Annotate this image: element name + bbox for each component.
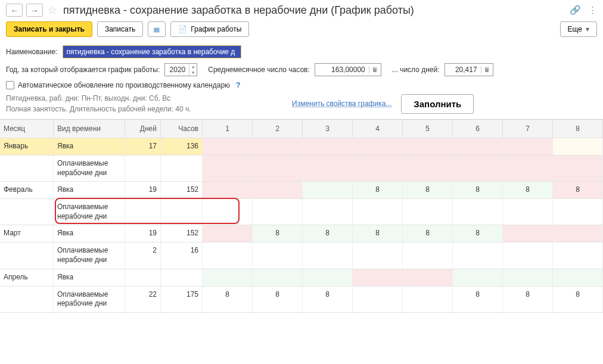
table-row[interactable]: АпрельЯвка — [0, 269, 603, 287]
cell-day[interactable] — [253, 182, 303, 198]
col-day-1[interactable]: 1 — [203, 120, 253, 138]
cell-day[interactable]: 8 — [503, 287, 553, 312]
cell-day[interactable] — [403, 242, 453, 268]
cell-day[interactable] — [253, 269, 303, 286]
cell-month[interactable]: Февраль — [0, 182, 54, 198]
cell-day[interactable] — [203, 182, 253, 198]
cell-day[interactable] — [503, 269, 553, 286]
cell-hours[interactable] — [161, 155, 203, 181]
cell-day[interactable]: 8 — [403, 225, 453, 242]
cell-day[interactable]: 8 — [353, 182, 403, 198]
col-day-4[interactable]: 4 — [353, 120, 403, 138]
cell-day[interactable]: 8 — [453, 182, 503, 198]
cell-day[interactable] — [453, 138, 503, 155]
cell-hours[interactable] — [161, 269, 203, 286]
cell-days[interactable] — [125, 155, 161, 181]
cell-day[interactable] — [503, 155, 553, 181]
cell-day[interactable] — [503, 199, 553, 225]
cell-day[interactable] — [203, 269, 253, 286]
cell-day[interactable] — [203, 138, 253, 155]
cell-day[interactable] — [353, 155, 403, 181]
cell-day[interactable] — [303, 242, 353, 268]
favorite-star-icon[interactable]: ☆ — [48, 4, 57, 17]
col-day-8[interactable]: 8 — [553, 120, 603, 138]
cell-day[interactable] — [303, 199, 353, 225]
cell-day[interactable] — [403, 155, 453, 181]
cell-hours[interactable]: 16 — [161, 242, 203, 268]
cell-time-type[interactable]: Оплачиваемые нерабочие дни — [54, 242, 125, 268]
cell-day[interactable] — [403, 269, 453, 286]
cell-time-type[interactable]: Оплачиваемые нерабочие дни — [54, 287, 125, 312]
cell-day[interactable] — [553, 199, 603, 225]
cell-day[interactable] — [403, 287, 453, 312]
cell-day[interactable] — [553, 269, 603, 286]
save-and-close-button[interactable]: Записать и закрыть — [6, 21, 92, 37]
col-day-6[interactable]: 6 — [453, 120, 503, 138]
table-row[interactable]: Оплачиваемые нерабочие дни — [0, 155, 603, 182]
cell-day[interactable]: 8 — [553, 182, 603, 198]
cell-day[interactable] — [503, 242, 553, 268]
table-row[interactable]: ЯнварьЯвка17136 — [0, 138, 603, 155]
nav-back-button[interactable]: ← — [6, 4, 23, 17]
cell-day[interactable] — [353, 138, 403, 155]
cell-day[interactable] — [453, 242, 503, 268]
cell-month[interactable]: Январь — [0, 138, 54, 155]
calculator-icon[interactable]: 🖩 — [369, 66, 381, 73]
cell-hours[interactable]: 152 — [161, 225, 203, 242]
year-stepper[interactable]: 2020 ▲▼ — [164, 63, 197, 76]
avg-hours-field[interactable]: 163,00000 🖩 — [315, 63, 381, 76]
cell-day[interactable] — [353, 269, 403, 286]
link-icon[interactable]: 🔗 — [570, 5, 581, 15]
cell-day[interactable]: 8 — [253, 287, 303, 312]
cell-days[interactable]: 17 — [125, 138, 161, 155]
cell-day[interactable] — [503, 225, 553, 242]
cell-day[interactable] — [553, 242, 603, 268]
col-days[interactable]: Дней — [125, 120, 161, 138]
cell-day[interactable] — [253, 242, 303, 268]
nav-forward-button[interactable]: → — [26, 4, 43, 17]
year-up-icon[interactable]: ▲ — [189, 64, 197, 70]
cell-days[interactable]: 2 — [125, 242, 161, 268]
table-row[interactable]: ФевральЯвка1915288888 — [0, 182, 603, 199]
cell-day[interactable] — [303, 155, 353, 181]
cell-day[interactable] — [303, 138, 353, 155]
cell-hours[interactable]: 136 — [161, 138, 203, 155]
cell-day[interactable]: 8 — [253, 225, 303, 242]
cell-days[interactable]: 22 — [125, 287, 161, 312]
cell-day[interactable]: 8 — [353, 225, 403, 242]
col-day-7[interactable]: 7 — [503, 120, 553, 138]
cell-month[interactable] — [0, 155, 54, 181]
cell-day[interactable] — [553, 155, 603, 181]
cell-day[interactable] — [503, 138, 553, 155]
cell-day[interactable] — [253, 138, 303, 155]
cell-time-type[interactable]: Явка — [54, 138, 125, 155]
change-schedule-link[interactable]: Изменить свойства графика... — [292, 98, 391, 109]
fill-button[interactable]: Заполнить — [401, 94, 474, 114]
cell-day[interactable]: 8 — [303, 287, 353, 312]
table-row[interactable]: Оплачиваемые нерабочие дни — [0, 199, 603, 225]
cell-day[interactable]: 8 — [453, 225, 503, 242]
auto-update-checkbox[interactable] — [6, 81, 14, 89]
cell-time-type[interactable]: Оплачиваемые нерабочие дни — [54, 155, 125, 181]
col-day-2[interactable]: 2 — [253, 120, 303, 138]
calculator-icon[interactable]: 🖩 — [481, 66, 493, 73]
cell-day[interactable] — [303, 269, 353, 286]
cell-day[interactable] — [453, 269, 503, 286]
cell-day[interactable] — [553, 225, 603, 242]
col-hours[interactable]: Часов — [161, 120, 203, 138]
cell-time-type[interactable]: Явка — [54, 269, 125, 286]
save-button[interactable]: Записать — [97, 21, 143, 37]
cell-day[interactable] — [203, 242, 253, 268]
col-month[interactable]: Месяц — [0, 120, 54, 138]
more-button[interactable]: Еще — [560, 21, 597, 37]
cell-day[interactable] — [353, 287, 403, 312]
list-view-button[interactable] — [148, 21, 166, 37]
cell-hours[interactable] — [161, 199, 203, 225]
cell-day[interactable] — [453, 199, 503, 225]
cell-day[interactable]: 8 — [453, 287, 503, 312]
cell-month[interactable] — [0, 287, 54, 312]
avg-days-field[interactable]: 20,417 🖩 — [445, 63, 493, 76]
cell-days[interactable] — [125, 269, 161, 286]
cell-hours[interactable]: 175 — [161, 287, 203, 312]
cell-day[interactable] — [353, 199, 403, 225]
